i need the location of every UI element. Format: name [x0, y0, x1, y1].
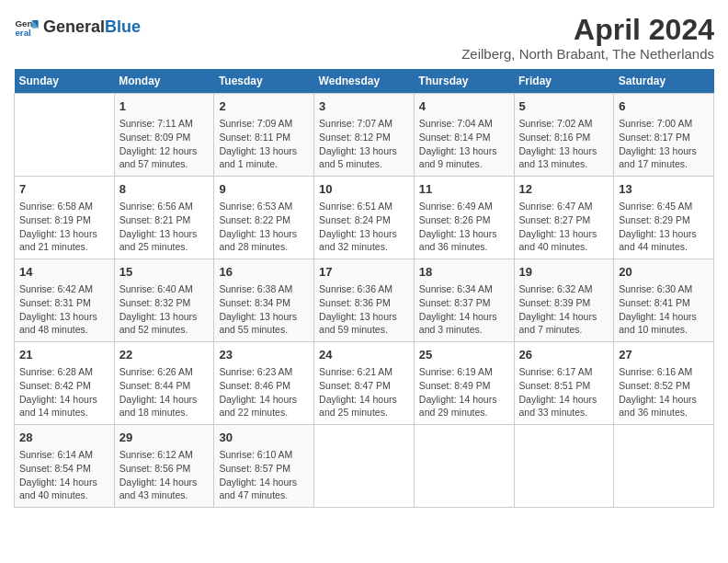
calendar-cell: 29Sunrise: 6:12 AMSunset: 8:56 PMDayligh… [114, 424, 214, 507]
week-row-3: 14Sunrise: 6:42 AMSunset: 8:31 PMDayligh… [15, 259, 714, 342]
cell-info: Sunrise: 6:32 AMSunset: 8:39 PMDaylight:… [519, 282, 609, 337]
week-row-2: 7Sunrise: 6:58 AMSunset: 8:19 PMDaylight… [15, 177, 714, 259]
cell-day-number: 10 [319, 181, 409, 198]
cell-day-number: 27 [619, 347, 709, 363]
calendar-cell [414, 424, 514, 507]
weekday-header-monday: Monday [114, 69, 214, 94]
calendar-cell: 16Sunrise: 6:38 AMSunset: 8:34 PMDayligh… [214, 259, 314, 342]
calendar-cell: 10Sunrise: 6:51 AMSunset: 8:24 PMDayligh… [314, 177, 415, 259]
cell-info: Sunrise: 6:14 AMSunset: 8:54 PMDaylight:… [19, 448, 109, 502]
cell-info: Sunrise: 6:19 AMSunset: 8:49 PMDaylight:… [419, 365, 509, 419]
calendar-cell: 23Sunrise: 6:23 AMSunset: 8:46 PMDayligh… [214, 342, 314, 425]
cell-day-number: 24 [319, 347, 409, 363]
cell-info: Sunrise: 7:00 AMSunset: 8:17 PMDaylight:… [619, 117, 709, 171]
cell-info: Sunrise: 6:42 AMSunset: 8:31 PMDaylight:… [19, 282, 109, 337]
cell-day-number: 1 [119, 98, 210, 115]
cell-info: Sunrise: 6:10 AMSunset: 8:57 PMDaylight:… [219, 448, 309, 502]
calendar-cell: 18Sunrise: 6:34 AMSunset: 8:37 PMDayligh… [414, 259, 514, 342]
cell-info: Sunrise: 7:04 AMSunset: 8:14 PMDaylight:… [419, 117, 509, 171]
calendar-cell: 4Sunrise: 7:04 AMSunset: 8:14 PMDaylight… [414, 94, 514, 177]
calendar-cell: 5Sunrise: 7:02 AMSunset: 8:16 PMDaylight… [514, 94, 614, 177]
cell-day-number: 6 [619, 98, 709, 115]
cell-day-number: 20 [619, 264, 709, 281]
weekday-header-sunday: Sunday [15, 69, 115, 94]
cell-day-number: 17 [319, 264, 409, 281]
calendar-cell: 19Sunrise: 6:32 AMSunset: 8:39 PMDayligh… [514, 259, 614, 342]
calendar-cell: 24Sunrise: 6:21 AMSunset: 8:47 PMDayligh… [314, 342, 415, 425]
header: Gen eral GeneralBlue April 2024 Zeilberg… [14, 14, 714, 62]
cell-day-number: 25 [419, 347, 509, 363]
cell-day-number: 2 [219, 98, 309, 115]
calendar-cell [514, 424, 614, 507]
cell-info: Sunrise: 6:23 AMSunset: 8:46 PMDaylight:… [219, 365, 309, 419]
weekday-header-wednesday: Wednesday [314, 69, 415, 94]
cell-info: Sunrise: 6:30 AMSunset: 8:41 PMDaylight:… [619, 282, 709, 337]
calendar-cell [614, 424, 714, 507]
cell-day-number: 14 [19, 264, 109, 281]
cell-day-number: 16 [219, 264, 309, 281]
logo-general: General [43, 17, 105, 36]
calendar-body: 1Sunrise: 7:11 AMSunset: 8:09 PMDaylight… [15, 94, 714, 508]
calendar-table: SundayMondayTuesdayWednesdayThursdayFrid… [14, 69, 714, 508]
calendar-cell: 22Sunrise: 6:26 AMSunset: 8:44 PMDayligh… [114, 342, 214, 425]
calendar-cell: 13Sunrise: 6:45 AMSunset: 8:29 PMDayligh… [614, 177, 714, 259]
logo-wordmark: GeneralBlue [43, 17, 141, 37]
cell-day-number: 15 [119, 264, 210, 281]
cell-day-number: 13 [619, 181, 709, 198]
calendar-cell: 26Sunrise: 6:17 AMSunset: 8:51 PMDayligh… [514, 342, 614, 425]
cell-info: Sunrise: 6:40 AMSunset: 8:32 PMDaylight:… [119, 282, 210, 337]
calendar-cell: 3Sunrise: 7:07 AMSunset: 8:12 PMDaylight… [314, 94, 415, 177]
cell-day-number: 7 [19, 181, 109, 198]
calendar-cell: 17Sunrise: 6:36 AMSunset: 8:36 PMDayligh… [314, 259, 415, 342]
calendar-cell: 11Sunrise: 6:49 AMSunset: 8:26 PMDayligh… [414, 177, 514, 259]
cell-day-number: 22 [119, 347, 210, 363]
cell-info: Sunrise: 6:26 AMSunset: 8:44 PMDaylight:… [119, 365, 210, 419]
cell-info: Sunrise: 6:38 AMSunset: 8:34 PMDaylight:… [219, 282, 309, 337]
cell-day-number: 18 [419, 264, 509, 281]
cell-info: Sunrise: 7:02 AMSunset: 8:16 PMDaylight:… [519, 117, 609, 171]
calendar-cell [15, 94, 115, 177]
cell-info: Sunrise: 7:07 AMSunset: 8:12 PMDaylight:… [319, 117, 409, 171]
page-subtitle: Zeilberg, North Brabant, The Netherlands [461, 46, 714, 62]
cell-info: Sunrise: 6:49 AMSunset: 8:26 PMDaylight:… [419, 200, 509, 254]
weekday-header-friday: Friday [514, 69, 614, 94]
calendar-cell: 2Sunrise: 7:09 AMSunset: 8:11 PMDaylight… [214, 94, 314, 177]
calendar-header: SundayMondayTuesdayWednesdayThursdayFrid… [15, 69, 714, 94]
cell-day-number: 9 [219, 181, 309, 198]
cell-info: Sunrise: 6:36 AMSunset: 8:36 PMDaylight:… [319, 282, 409, 337]
cell-info: Sunrise: 6:56 AMSunset: 8:21 PMDaylight:… [119, 200, 210, 254]
cell-info: Sunrise: 6:34 AMSunset: 8:37 PMDaylight:… [419, 282, 509, 337]
calendar-cell: 27Sunrise: 6:16 AMSunset: 8:52 PMDayligh… [614, 342, 714, 425]
cell-info: Sunrise: 6:45 AMSunset: 8:29 PMDaylight:… [619, 200, 709, 254]
cell-info: Sunrise: 6:21 AMSunset: 8:47 PMDaylight:… [319, 365, 409, 419]
cell-day-number: 3 [319, 98, 409, 115]
cell-info: Sunrise: 6:47 AMSunset: 8:27 PMDaylight:… [519, 200, 609, 254]
cell-info: Sunrise: 7:11 AMSunset: 8:09 PMDaylight:… [119, 117, 210, 171]
calendar-cell [314, 424, 415, 507]
logo-icon: Gen eral [14, 14, 40, 40]
logo: Gen eral GeneralBlue [14, 14, 141, 40]
calendar-cell: 14Sunrise: 6:42 AMSunset: 8:31 PMDayligh… [15, 259, 115, 342]
cell-day-number: 30 [219, 430, 309, 446]
cell-info: Sunrise: 6:58 AMSunset: 8:19 PMDaylight:… [19, 200, 109, 254]
calendar-cell: 6Sunrise: 7:00 AMSunset: 8:17 PMDaylight… [614, 94, 714, 177]
week-row-5: 28Sunrise: 6:14 AMSunset: 8:54 PMDayligh… [15, 424, 714, 507]
week-row-1: 1Sunrise: 7:11 AMSunset: 8:09 PMDaylight… [15, 94, 714, 177]
weekday-header-saturday: Saturday [614, 69, 714, 94]
calendar-cell: 15Sunrise: 6:40 AMSunset: 8:32 PMDayligh… [114, 259, 214, 342]
cell-day-number: 4 [419, 98, 509, 115]
cell-info: Sunrise: 6:12 AMSunset: 8:56 PMDaylight:… [119, 448, 210, 502]
calendar-cell: 20Sunrise: 6:30 AMSunset: 8:41 PMDayligh… [614, 259, 714, 342]
cell-info: Sunrise: 6:51 AMSunset: 8:24 PMDaylight:… [319, 200, 409, 254]
calendar-cell: 9Sunrise: 6:53 AMSunset: 8:22 PMDaylight… [214, 177, 314, 259]
title-area: April 2024 Zeilberg, North Brabant, The … [461, 14, 714, 62]
cell-day-number: 23 [219, 347, 309, 363]
logo-blue: Blue [105, 17, 141, 36]
calendar-cell: 8Sunrise: 6:56 AMSunset: 8:21 PMDaylight… [114, 177, 214, 259]
calendar-cell: 1Sunrise: 7:11 AMSunset: 8:09 PMDaylight… [114, 94, 214, 177]
weekday-header-tuesday: Tuesday [214, 69, 314, 94]
calendar-cell: 7Sunrise: 6:58 AMSunset: 8:19 PMDaylight… [15, 177, 115, 259]
weekday-header-thursday: Thursday [414, 69, 514, 94]
page-title: April 2024 [461, 14, 714, 46]
weekday-row: SundayMondayTuesdayWednesdayThursdayFrid… [15, 69, 714, 94]
